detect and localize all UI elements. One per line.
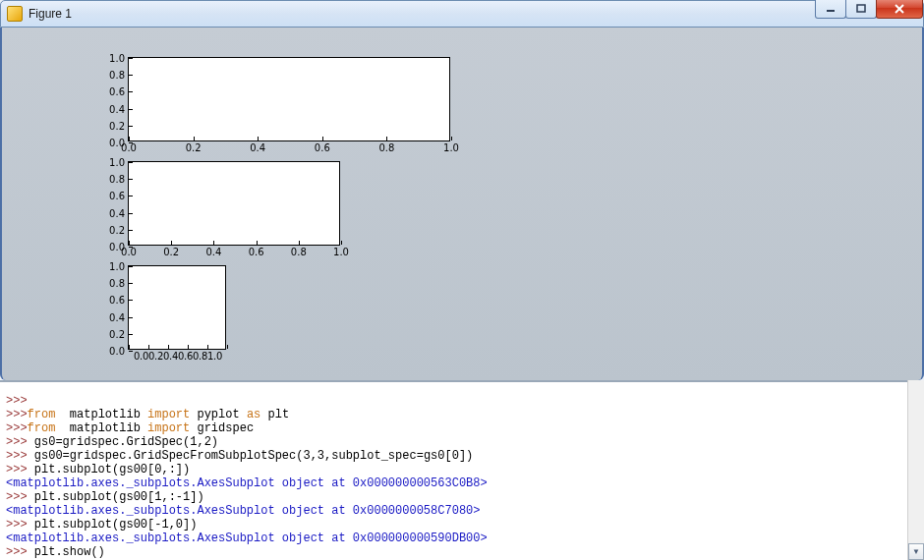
y-tick-label: 0.8 [109,174,129,185]
y-tick-label: 0.8 [109,70,129,81]
x-tick-label: 0.8 [291,245,307,257]
window-title: Figure 1 [29,7,72,21]
y-tick-label: 0.4 [109,311,129,322]
y-tick-label: 1.0 [109,261,129,272]
console-prompt: >>> [6,545,28,559]
x-tick-label: 0.6 [315,140,330,153]
console-scrollbar[interactable]: ▼ [907,380,924,560]
x-tick-label: 0.8 [378,140,394,153]
y-tick-label: 0.2 [109,328,129,339]
python-console[interactable]: >>> >>>from matplotlib import pyplot as … [0,380,924,560]
window-controls [816,0,923,21]
console-code: gs00=gridspec.GridSpecFromSubplotSpec(3,… [28,449,474,463]
x-tick-label: 1.0 [333,245,349,257]
console-code: pyplot [190,408,247,421]
window-titlebar[interactable]: Figure 1 [0,0,924,28]
console-code: matplotlib [55,421,147,435]
x-tick-label: 0.2 [186,140,202,153]
y-tick-label: 1.0 [109,157,129,168]
x-tick-label: 0.00.20.40.60.81.0 [134,349,222,362]
x-tick-label: 0.6 [249,245,264,257]
console-code: plt.subplot(gs00[-1,0]) [28,518,198,532]
console-code: plt.subplot(gs00[1,:-1]) [28,490,204,504]
y-tick-label: 0.6 [109,295,129,306]
console-prompt: >>> [6,518,28,532]
x-tick-label: 1.0 [443,140,459,153]
console-prompt: >>> [6,394,28,408]
console-code: plt.show() [28,545,105,559]
y-tick-label: 0.6 [109,86,129,97]
console-prompt: >>> [6,449,28,463]
console-code: gs0=gridspec.GridSpec(1,2) [28,435,218,449]
y-tick-label: 0.4 [109,103,129,114]
svg-rect-1 [857,5,865,12]
x-tick-label: 0.4 [250,140,265,153]
y-tick-label: 0.2 [109,120,129,131]
console-code: import [147,421,190,435]
console-prompt: >>> [6,490,28,504]
figure-canvas[interactable]: 0.00.20.40.60.81.00.00.20.40.60.81.0 0.0… [0,28,924,380]
y-tick-label: 0.4 [109,207,129,218]
console-prompt: >>> [6,435,28,449]
subplot-1[interactable]: 0.00.20.40.60.81.00.00.20.40.60.81.0 [128,161,340,246]
y-tick-label: 0.6 [109,191,129,201]
console-prompt: >>> [6,421,28,435]
scroll-down-button[interactable]: ▼ [908,543,924,560]
console-code: matplotlib [55,408,147,421]
minimize-icon [826,4,836,14]
subplot-2[interactable]: 0.00.20.40.60.81.00.00.20.40.60.81.0 [128,265,226,350]
x-tick-label: 0.4 [205,245,221,257]
x-tick-label: 0.2 [163,245,179,257]
x-tick-label: 0.0 [121,140,137,153]
console-prompt: >>> [6,463,28,476]
console-code: plt [260,408,289,421]
maximize-button[interactable] [845,0,877,19]
console-code: from [28,421,56,435]
console-prompt: >>> [6,408,28,421]
y-tick-label: 0.2 [109,224,129,235]
console-output: <matplotlib.axes._subplots.AxesSubplot o… [6,532,488,545]
minimize-button[interactable] [815,0,846,19]
maximize-icon [856,4,866,14]
y-tick-label: 1.0 [109,53,129,64]
chevron-down-icon: ▼ [912,547,920,556]
app-icon [7,6,23,22]
console-code: plt.subplot(gs00[0,:]) [28,463,191,476]
close-icon [894,3,905,15]
close-button[interactable] [876,0,923,19]
console-code: gridspec [190,421,254,435]
x-tick-label: 0.0 [121,245,137,257]
console-output: <matplotlib.axes._subplots.AxesSubplot o… [6,476,488,490]
y-tick-label: 0.8 [109,278,129,289]
console-code: from [28,408,56,421]
console-code: import [147,408,190,421]
console-code: as [247,408,260,421]
subplot-0[interactable]: 0.00.20.40.60.81.00.00.20.40.60.81.0 [128,57,450,141]
console-output: <matplotlib.axes._subplots.AxesSubplot o… [6,504,480,518]
y-tick-label: 0.0 [109,346,129,357]
